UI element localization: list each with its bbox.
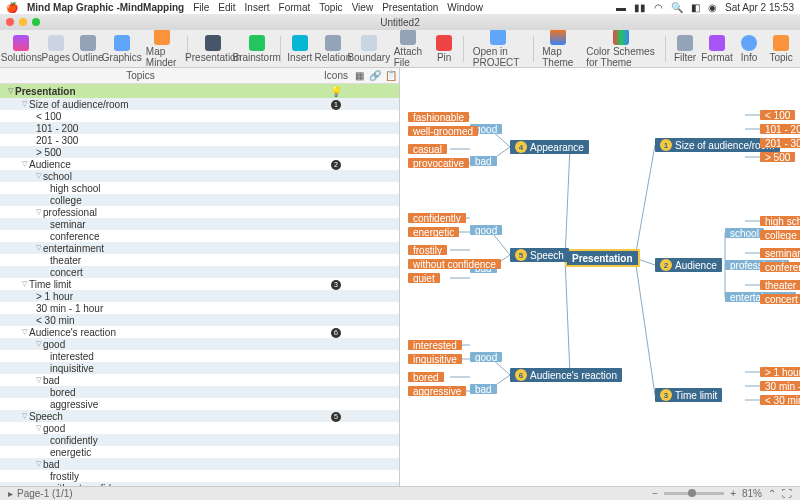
sub-node[interactable]: good — [470, 225, 502, 235]
pages-button[interactable]: Pages — [41, 33, 71, 65]
outline-row[interactable]: inquisitive — [0, 362, 399, 374]
leaf-node[interactable]: 30 min - 1 hour — [760, 381, 800, 391]
col-icon-2[interactable]: 🔗 — [367, 70, 383, 81]
outline-row[interactable]: ▽bad — [0, 374, 399, 386]
outline-row[interactable]: ▽Time limit3 — [0, 278, 399, 290]
chevron-down-icon[interactable]: ▽ — [22, 328, 27, 336]
outline-tree[interactable]: ▽Presentation💡▽Size of audience/room1< 1… — [0, 84, 399, 486]
expand-icon[interactable]: ▸ — [8, 488, 13, 499]
flag-icon[interactable]: ▬ — [616, 2, 626, 13]
leaf-node[interactable]: aggressive — [408, 386, 466, 396]
wifi-icon[interactable]: ◠ — [654, 2, 663, 13]
menu-file[interactable]: File — [193, 2, 209, 13]
chevron-down-icon[interactable]: ▽ — [36, 244, 41, 252]
leaf-node[interactable]: frostily — [408, 245, 447, 255]
chevron-down-icon[interactable]: ▽ — [22, 100, 27, 108]
outline-button[interactable]: Outline — [73, 33, 103, 65]
battery-icon[interactable]: ▮▮ — [634, 2, 646, 13]
col-icon-3[interactable]: 📋 — [383, 70, 399, 81]
outline-row[interactable]: < 30 min — [0, 314, 399, 326]
leaf-node[interactable]: provocative — [408, 158, 469, 168]
outline-row[interactable]: 30 min - 1 hour — [0, 302, 399, 314]
outline-row[interactable]: without confidence — [0, 482, 399, 486]
leaf-node[interactable]: high school — [760, 216, 800, 226]
apple-icon[interactable]: 🍎 — [6, 2, 18, 13]
leaf-node[interactable]: well-groomed — [408, 126, 478, 136]
leaf-node[interactable]: < 30 min — [760, 395, 800, 405]
leaf-node[interactable]: college — [760, 230, 800, 240]
leaf-node[interactable]: without confidence — [408, 259, 501, 269]
chevron-down-icon[interactable]: ▽ — [22, 160, 27, 168]
insert-button[interactable]: Insert — [285, 33, 315, 65]
outline-row[interactable]: college — [0, 194, 399, 206]
close-icon[interactable] — [6, 18, 14, 26]
outline-row[interactable]: frostily — [0, 470, 399, 482]
clock[interactable]: Sat Apr 2 15:53 — [725, 2, 794, 13]
chevron-down-icon[interactable]: ▽ — [22, 280, 27, 288]
sub-node[interactable]: school — [725, 228, 764, 238]
outline-row[interactable]: ▽Audience's reaction6 — [0, 326, 399, 338]
zoom-icon[interactable] — [32, 18, 40, 26]
leaf-node[interactable]: concert — [760, 294, 800, 304]
filter-button[interactable]: Filter — [670, 33, 700, 65]
relation-button[interactable]: Relation — [317, 33, 349, 65]
mapminder-button[interactable]: Map Minder — [141, 27, 183, 70]
outline-row[interactable]: ▽school — [0, 170, 399, 182]
col-icon-1[interactable]: ▦ — [351, 70, 367, 81]
zoom-slider[interactable] — [664, 492, 724, 495]
maptheme-button[interactable]: Map Theme — [537, 27, 579, 70]
outline-row[interactable]: concert — [0, 266, 399, 278]
chevron-down-icon[interactable]: ▽ — [8, 87, 13, 95]
openproject-button[interactable]: Open in PROJECT — [468, 27, 529, 70]
outline-row[interactable]: ▽good — [0, 338, 399, 350]
outline-row[interactable]: > 1 hour — [0, 290, 399, 302]
leaf-node[interactable]: casual — [408, 144, 447, 154]
branch-node[interactable]: 4Appearance — [510, 140, 589, 154]
branch-node[interactable]: 6Audience's reaction — [510, 368, 622, 382]
menu-edit[interactable]: Edit — [218, 2, 235, 13]
leaf-node[interactable]: < 100 — [760, 110, 795, 120]
outline-row[interactable]: confidently — [0, 434, 399, 446]
outline-row[interactable]: bored — [0, 386, 399, 398]
menu-presentation[interactable]: Presentation — [382, 2, 438, 13]
menu-window[interactable]: Window — [447, 2, 483, 13]
outline-row[interactable]: ▽entertainment — [0, 242, 399, 254]
topic-button[interactable]: Topic — [766, 33, 796, 65]
branch-node[interactable]: 3Time limit — [655, 388, 722, 402]
zoom-chevron-icon[interactable]: ⌃ — [768, 488, 776, 499]
outline-row[interactable]: ▽Speech5 — [0, 410, 399, 422]
outline-row[interactable]: high school — [0, 182, 399, 194]
leaf-node[interactable]: theater — [760, 280, 800, 290]
central-node[interactable]: Presentation — [565, 249, 640, 267]
zoom-in-button[interactable]: + — [730, 488, 736, 499]
outline-row[interactable]: ▽professional — [0, 206, 399, 218]
outline-row[interactable]: ▽Presentation💡 — [0, 84, 399, 98]
pin-button[interactable]: Pin — [429, 33, 459, 65]
chevron-down-icon[interactable]: ▽ — [22, 412, 27, 420]
siri-icon[interactable]: ◉ — [708, 2, 717, 13]
outline-row[interactable]: ▽Audience2 — [0, 158, 399, 170]
sub-node[interactable]: good — [470, 352, 502, 362]
outline-row[interactable]: ▽bad — [0, 458, 399, 470]
outline-row[interactable]: interested — [0, 350, 399, 362]
leaf-node[interactable]: confidently — [408, 213, 466, 223]
branch-node[interactable]: 2Audience — [655, 258, 722, 272]
app-name[interactable]: Mind Map Graphic -MindMapping — [27, 2, 184, 13]
branch-node[interactable]: 5Speech — [510, 248, 569, 262]
minimize-icon[interactable] — [19, 18, 27, 26]
menu-view[interactable]: View — [352, 2, 374, 13]
chevron-down-icon[interactable]: ▽ — [36, 424, 41, 432]
leaf-node[interactable]: > 1 hour — [760, 367, 800, 377]
outline-row[interactable]: 101 - 200 — [0, 122, 399, 134]
control-icon[interactable]: ◧ — [691, 2, 700, 13]
leaf-node[interactable]: energetic — [408, 227, 459, 237]
outline-row[interactable]: > 500 — [0, 146, 399, 158]
outline-row[interactable]: theater — [0, 254, 399, 266]
page-indicator[interactable]: Page-1 (1/1) — [17, 488, 73, 499]
solutions-button[interactable]: Solutions — [4, 33, 39, 65]
chevron-down-icon[interactable]: ▽ — [36, 208, 41, 216]
leaf-node[interactable]: conference — [760, 262, 800, 272]
chevron-down-icon[interactable]: ▽ — [36, 172, 41, 180]
graphics-button[interactable]: Graphics — [105, 33, 139, 65]
boundary-button[interactable]: Boundary — [351, 33, 387, 65]
